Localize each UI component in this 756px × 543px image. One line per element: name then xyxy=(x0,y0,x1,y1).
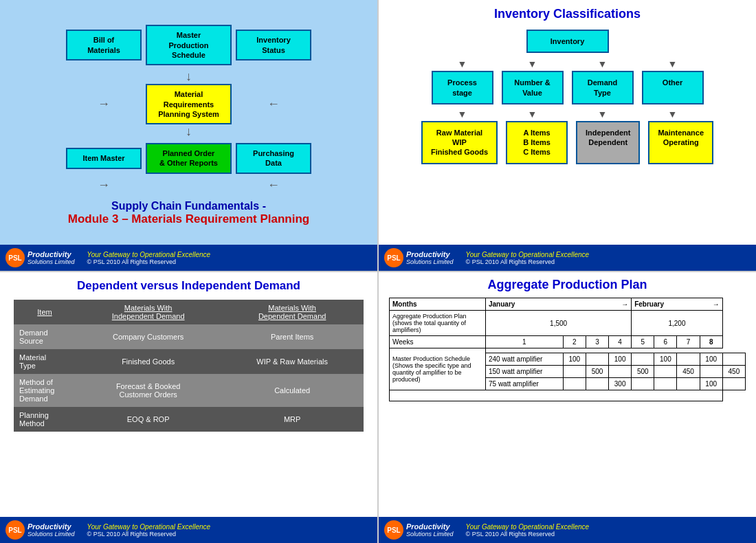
arrow5: ▼ xyxy=(432,109,493,120)
footer-middle2: Your Gateway to Operational Excellence ©… xyxy=(466,251,590,265)
arrow2: ▼ xyxy=(502,58,564,69)
slide-1: Bill ofMaterials MasterProductionSchedul… xyxy=(0,0,377,271)
row-material-type-dep: WIP & Raw Materials xyxy=(221,349,364,374)
demand-type-box: DemandType xyxy=(572,71,634,104)
col-dependent: Materials WithDependent Demand xyxy=(221,300,364,324)
footer-copyright2: © PSL 2010 All Rights Reserved xyxy=(466,258,590,265)
p150-w5 xyxy=(654,366,677,378)
other-box: Other xyxy=(642,71,704,104)
footer-middle: Your Gateway to Operational Excellence ©… xyxy=(87,251,211,265)
slide3-footer: PSL Productivity Solutions Limited Your … xyxy=(0,517,377,543)
inventory-status-box: InventoryStatus xyxy=(236,30,311,60)
footer-middle3: Your Gateway to Operational Excellence ©… xyxy=(87,523,211,538)
psl-subname2: Solutions Limited xyxy=(406,258,454,265)
empty-cell xyxy=(390,390,723,401)
empty-row xyxy=(390,390,746,401)
agg-jan-qty: 1,500 xyxy=(486,311,632,336)
psl-logo3: PSL Productivity Solutions Limited xyxy=(5,520,75,540)
p240-w1: 100 xyxy=(563,353,586,366)
slide2-title: Inventory Classifications xyxy=(494,7,641,21)
row-planning-ind: EOQ & ROP xyxy=(76,407,221,432)
week-8: 8 xyxy=(700,336,722,348)
psl-name: Productivity xyxy=(27,250,75,258)
week-3: 3 xyxy=(586,336,608,348)
psl-logo4: PSL Productivity Solutions Limited xyxy=(384,520,454,540)
p240-w7: 100 xyxy=(700,353,722,366)
inv-arrow-row2: ▼ ▼ ▼ ▼ xyxy=(432,109,704,120)
week-6: 6 xyxy=(654,336,677,348)
table-header-row: Item Materials WithIndependent Demand Ma… xyxy=(14,300,364,324)
psl-icon2: PSL xyxy=(384,248,403,267)
arrow1: ▼ xyxy=(432,58,493,69)
inv-row2: Raw MaterialWIPFinished Goods A ItemsB I… xyxy=(421,121,713,164)
slide-2: Inventory Classifications Inventory ▼ ▼ … xyxy=(379,0,756,271)
flow-diagram-container: Bill ofMaterials MasterProductionSchedul… xyxy=(45,21,333,196)
abc-items-box: A ItemsB ItemsC Items xyxy=(506,121,568,164)
purchasing-data-box: PurchasingData xyxy=(236,143,311,174)
agg-plan-row: Aggregate Production Plan(shows the tota… xyxy=(390,311,746,336)
footer-tagline2: Your Gateway to Operational Excellence xyxy=(466,251,590,258)
inv-top-row: Inventory xyxy=(526,30,609,53)
arrow8: ▼ xyxy=(642,109,704,120)
row-demand-source-dep: Parent Items xyxy=(221,324,364,349)
arrow7: ▼ xyxy=(572,109,634,120)
agg-feb-qty: 1,200 xyxy=(632,311,723,336)
slide2-content-area: Inventory Classifications Inventory ▼ ▼ … xyxy=(379,0,756,245)
psl-icon: PSL xyxy=(5,248,25,267)
col-independent: Materials WithIndependent Demand xyxy=(76,300,221,324)
p150-w2: 500 xyxy=(586,366,608,378)
footer-tagline4: Your Gateway to Operational Excellence xyxy=(466,523,590,531)
feb-header: February → xyxy=(632,298,723,311)
footer-tagline: Your Gateway to Operational Excellence xyxy=(87,251,211,258)
p75-w8 xyxy=(722,378,745,390)
p150-w6: 450 xyxy=(677,366,700,378)
p150-w7 xyxy=(700,366,722,378)
footer-copyright3: © PSL 2010 All Rights Reserved xyxy=(87,531,211,538)
product-150-label: 150 watt amplifier xyxy=(486,366,564,378)
weeks-row: Weeks 1 2 3 4 5 6 7 8 xyxy=(390,336,746,348)
psl-subname3: Solutions Limited xyxy=(27,531,75,538)
table-row: Method ofEstimatingDemand Forecast & Boo… xyxy=(14,374,364,407)
row-demand-source-ind: Company Customers xyxy=(76,324,221,349)
mps-spacer xyxy=(486,348,723,353)
psl-text2: Productivity Solutions Limited xyxy=(406,250,454,265)
p75-w2 xyxy=(586,378,608,390)
psl-logo2: PSL Productivity Solutions Limited xyxy=(384,248,454,267)
p75-w7: 100 xyxy=(700,378,722,390)
maintenance-box: MaintenanceOperating xyxy=(648,121,713,164)
psl-text4: Productivity Solutions Limited xyxy=(406,522,454,538)
slide3-content-area: Dependent versus Independent Demand Item… xyxy=(0,272,377,517)
table-row: DemandSource Company Customers Parent It… xyxy=(14,324,364,349)
footer-copyright: © PSL 2010 All Rights Reserved xyxy=(87,258,211,265)
psl-subname4: Solutions Limited xyxy=(406,531,454,538)
psl-name3: Productivity xyxy=(27,522,75,531)
mps-label: Master Production Schedule(Shows the spe… xyxy=(390,348,486,390)
row-planning-dep: MRP xyxy=(221,407,364,432)
col-item: Item xyxy=(14,300,76,324)
row-planning-label: PlanningMethod xyxy=(14,407,76,432)
psl-subname: Solutions Limited xyxy=(27,258,75,265)
p240-w2 xyxy=(586,353,608,366)
months-header: Months xyxy=(390,298,486,311)
psl-logo: PSL Productivity Solutions Limited xyxy=(5,248,75,267)
row-estimating-label: Method ofEstimatingDemand xyxy=(14,374,76,407)
inv-row1: Processstage Number &Value DemandType Ot… xyxy=(432,71,704,104)
weeks-label: Weeks xyxy=(390,336,486,348)
p75-w3: 300 xyxy=(609,378,632,390)
mrp-system-box: MaterialRequirementsPlanning System xyxy=(146,84,232,124)
jan-header: January → xyxy=(486,298,632,311)
p240-w6 xyxy=(677,353,700,366)
product-75-label: 75 watt amplifier xyxy=(486,378,564,390)
slide1-line2: Module 3 – Materials Requirement Plannin… xyxy=(68,212,309,226)
slide4-footer: PSL Productivity Solutions Limited Your … xyxy=(379,517,756,543)
p150-w3 xyxy=(609,366,632,378)
p75-w5 xyxy=(654,378,677,390)
inventory-top-box: Inventory xyxy=(526,30,609,53)
process-stage-box: Processstage xyxy=(432,71,493,104)
slide1-content-area: Bill ofMaterials MasterProductionSchedul… xyxy=(0,0,377,245)
agg-table: Months January → February → Aggregate Pr… xyxy=(389,298,746,401)
week-5: 5 xyxy=(632,336,654,348)
table-row: PlanningMethod EOQ & ROP MRP xyxy=(14,407,364,432)
product-240-label: 240 watt amplifier xyxy=(486,353,564,366)
row-estimating-dep: Calculated xyxy=(221,374,364,407)
